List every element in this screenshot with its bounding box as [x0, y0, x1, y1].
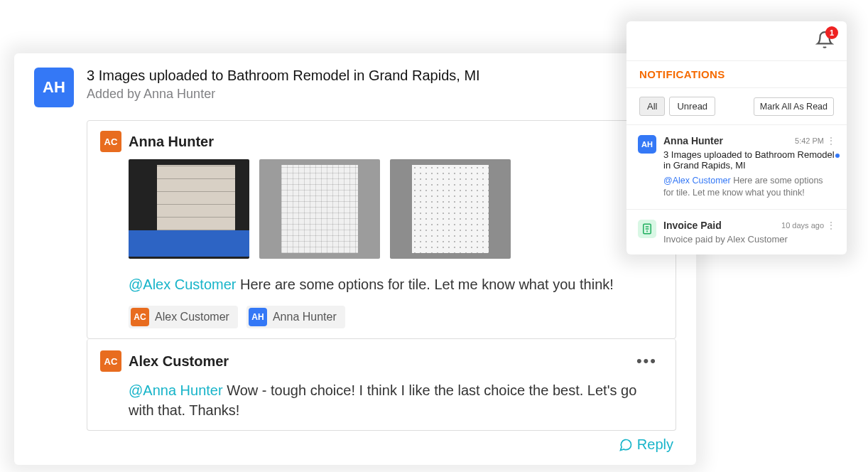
post-card: AC Anna Hunter @Alex Customer Here are s… — [87, 120, 676, 339]
notifications-filter-row: All Unread Mark All As Read — [626, 88, 847, 125]
thread-avatar: AH — [34, 68, 74, 107]
thread-title: 3 Images uploaded to Bathroom Remodel in… — [87, 68, 480, 84]
unread-dot-icon — [835, 154, 840, 158]
tag-avatar: AC — [131, 308, 149, 326]
mention[interactable]: @Alex Customer — [129, 277, 236, 292]
post-header: AC Anna Hunter — [87, 121, 676, 159]
reply-bar: Reply — [87, 431, 676, 459]
thread-subtitle: Added by Anna Hunter — [87, 87, 480, 102]
notification-name: Invoice Paid — [663, 220, 722, 231]
filter-unread-button[interactable]: Unread — [669, 97, 715, 116]
notifications-topbar: 1 — [626, 21, 847, 61]
notification-avatar: AH — [638, 135, 656, 154]
post-text: @Alex Customer Here are some options for… — [129, 274, 663, 294]
post-avatar: AC — [100, 350, 121, 372]
thread-body: AC Anna Hunter @Alex Customer Here are s… — [87, 120, 676, 459]
post-text: @Anna Hunter Wow - tough choice! I think… — [129, 380, 663, 420]
notification-headline-text: Invoice paid by Alex Customer — [663, 234, 788, 245]
notification-menu-icon[interactable]: ⋮ — [827, 136, 835, 145]
more-icon[interactable]: ••• — [631, 349, 663, 373]
reply-label: Reply — [637, 436, 673, 453]
post-author-name: Anna Hunter — [129, 134, 214, 150]
post-card: AC Alex Customer ••• @Anna Hunter Wow - … — [87, 339, 676, 431]
bell-badge: 1 — [825, 26, 838, 39]
tag-label: Alex Customer — [155, 311, 229, 323]
thread-header: AH 3 Images uploaded to Bathroom Remodel… — [34, 68, 676, 107]
thread-title-block: 3 Images uploaded to Bathroom Remodel in… — [87, 68, 480, 102]
post-author-name: Alex Customer — [129, 353, 229, 370]
post-image-thumbnail[interactable] — [259, 159, 380, 259]
notification-head: Invoice Paid 10 days ago ⋮ — [663, 220, 835, 231]
notification-headline: 3 Images uploaded to Bathroom Remodel in… — [663, 149, 835, 171]
notification-time-text: 10 days ago — [781, 221, 824, 230]
bell-button[interactable]: 1 — [815, 31, 834, 52]
notification-time: 5:42 PM ⋮ — [795, 136, 835, 145]
filter-group: All Unread — [639, 97, 715, 116]
receipt-icon — [641, 222, 653, 235]
notification-menu-icon[interactable]: ⋮ — [827, 221, 835, 230]
notification-time-text: 5:42 PM — [795, 136, 824, 145]
mention: @Alex Customer — [663, 176, 731, 186]
post-content: @Anna Hunter Wow - tough choice! I think… — [87, 380, 676, 430]
notification-headline: Invoice paid by Alex Customer — [663, 234, 835, 245]
filter-all-button[interactable]: All — [639, 97, 665, 116]
notifications-panel: 1 NOTIFICATIONS All Unread Mark All As R… — [626, 21, 847, 254]
notification-subtext: @Alex Customer Here are some options for… — [663, 175, 835, 199]
reply-button[interactable]: Reply — [619, 436, 673, 453]
notification-item[interactable]: Invoice Paid 10 days ago ⋮ Invoice paid … — [626, 210, 847, 254]
post-image-thumbnail[interactable] — [390, 159, 511, 259]
notifications-title-row: NOTIFICATIONS — [626, 61, 847, 88]
post-header: AC Alex Customer ••• — [87, 339, 676, 380]
notification-body: Invoice Paid 10 days ago ⋮ Invoice paid … — [663, 220, 835, 245]
notifications-title: NOTIFICATIONS — [639, 68, 834, 80]
post-text-body: Here are some options for tile. Let me k… — [236, 277, 613, 292]
tag-label: Anna Hunter — [273, 311, 337, 323]
tag-chip[interactable]: AH Anna Hunter — [246, 306, 345, 328]
thread-card: AH 3 Images uploaded to Bathroom Remodel… — [14, 53, 696, 465]
post-image-thumbnail[interactable] — [129, 159, 249, 259]
tag-chip[interactable]: AC Alex Customer — [129, 306, 238, 328]
post-content: @Alex Customer Here are some options for… — [87, 159, 676, 338]
tag-row: AC Alex Customer AH Anna Hunter — [129, 306, 663, 328]
post-author-row: AC Alex Customer — [100, 350, 229, 372]
notification-item[interactable]: AH Anna Hunter 5:42 PM ⋮ 3 Images upload… — [626, 125, 847, 210]
notification-body: Anna Hunter 5:42 PM ⋮ 3 Images uploaded … — [663, 135, 835, 199]
mention[interactable]: @Anna Hunter — [129, 382, 223, 398]
post-image-row — [129, 159, 663, 259]
tag-avatar: AH — [249, 308, 267, 326]
reply-icon — [619, 438, 633, 452]
notification-time: 10 days ago ⋮ — [781, 221, 835, 230]
post-avatar: AC — [100, 131, 121, 152]
notification-name: Anna Hunter — [663, 135, 723, 146]
notification-headline-text: 3 Images uploaded to Bathroom Remodel in… — [663, 149, 835, 171]
mark-all-read-button[interactable]: Mark All As Read — [754, 97, 834, 116]
notification-head: Anna Hunter 5:42 PM ⋮ — [663, 135, 835, 146]
invoice-icon — [638, 220, 656, 238]
post-author-row: AC Anna Hunter — [100, 131, 214, 152]
